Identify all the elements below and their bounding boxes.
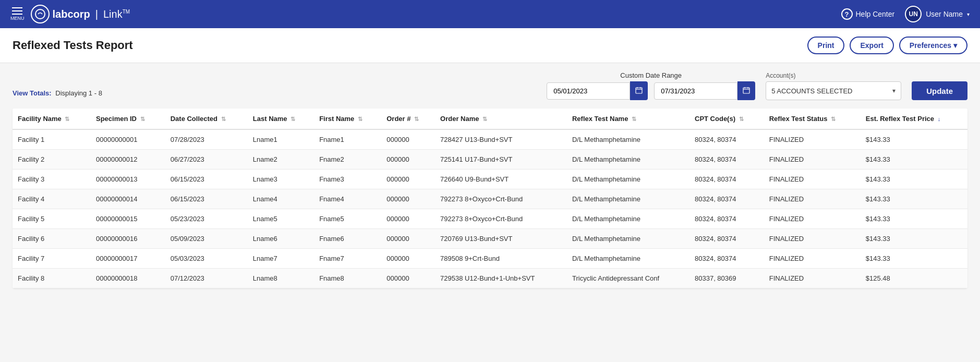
cell-reflex-test-name: Tricyclic Antidepressant Conf [567, 269, 689, 288]
cell-cpt-codes: 80324, 80374 [689, 129, 764, 150]
cell-order-name: 789508 9+Crt-Bund [435, 249, 567, 269]
cell-first-name: Fname4 [314, 189, 381, 209]
main-content: View Totals: Displaying 1 - 8 Custom Dat… [0, 63, 980, 362]
menu-button[interactable]: MENU [10, 7, 25, 21]
accounts-chevron-icon: ▾ [892, 87, 896, 94]
start-date-input[interactable] [547, 82, 630, 100]
table-body: Facility 10000000000107/28/2023Lname1Fna… [13, 129, 967, 288]
export-button[interactable]: Export [850, 37, 893, 54]
cell-cpt-codes: 80324, 80374 [689, 209, 764, 229]
cell-first-name: Fname1 [314, 129, 381, 150]
end-date-wrap [654, 81, 755, 100]
cell-order-num: 000000 [381, 129, 435, 150]
cell-reflex-status: FINALIZED [764, 269, 861, 288]
cell-est-price: $143.33 [861, 209, 967, 229]
cell-order-num: 000000 [381, 229, 435, 249]
sort-icon: ⇅ [739, 116, 744, 122]
cell-reflex-test-name: D/L Methamphetamine [567, 170, 689, 189]
cell-first-name: Fname6 [314, 229, 381, 249]
print-button[interactable]: Print [807, 37, 845, 54]
cell-est-price: $143.33 [861, 229, 967, 249]
table-row: Facility 50000000001505/23/2023Lname5Fna… [13, 209, 967, 229]
col-order-name[interactable]: Order Name ⇅ [435, 108, 567, 129]
sort-desc-icon: ↓ [938, 116, 941, 122]
cell-cpt-codes: 80324, 80374 [689, 170, 764, 189]
cell-est-price: $143.33 [861, 129, 967, 150]
cell-last-name: Lname8 [248, 269, 314, 288]
end-date-calendar-button[interactable] [737, 81, 755, 100]
view-totals-link[interactable]: View Totals: [13, 89, 52, 97]
col-facility-name[interactable]: Facility Name ⇅ [13, 108, 91, 129]
cell-facility-name: Facility 6 [13, 229, 91, 249]
sort-icon: ⇅ [291, 116, 295, 122]
cell-est-price: $125.48 [861, 269, 967, 288]
cell-reflex-status: FINALIZED [764, 189, 861, 209]
cell-specimen-id: 00000000016 [91, 229, 165, 249]
col-specimen-id[interactable]: Specimen ID ⇅ [91, 108, 165, 129]
cell-reflex-status: FINALIZED [764, 129, 861, 150]
accounts-select[interactable]: 5 ACCOUNTS SELECTED ▾ [766, 81, 901, 100]
help-center-button[interactable]: ? Help Center [841, 8, 895, 20]
col-cpt-codes[interactable]: CPT Code(s) ⇅ [689, 108, 764, 129]
calendar-icon [743, 87, 750, 94]
start-date-wrap [547, 81, 648, 100]
header-left: MENU labcorp | LinkTM [10, 5, 130, 23]
cell-specimen-id: 00000000001 [91, 129, 165, 150]
cell-reflex-status: FINALIZED [764, 150, 861, 170]
preferences-button[interactable]: Preferences ▾ [899, 37, 967, 54]
cell-last-name: Lname2 [248, 150, 314, 170]
col-reflex-test-name[interactable]: Reflex Test Name ⇅ [567, 108, 689, 129]
col-est-price[interactable]: Est. Reflex Test Price ↓ [861, 108, 967, 129]
results-table-wrap: Facility Name ⇅ Specimen ID ⇅ Date Colle… [13, 108, 967, 288]
cell-order-num: 000000 [381, 209, 435, 229]
cell-est-price: $143.33 [861, 249, 967, 269]
accounts-label: Account(s) [766, 72, 901, 79]
view-totals: View Totals: Displaying 1 - 8 [13, 89, 102, 100]
cell-last-name: Lname1 [248, 129, 314, 150]
cell-order-name: 792273 8+Oxyco+Crt-Bund [435, 209, 567, 229]
logo-pipe: | [95, 8, 98, 20]
cell-facility-name: Facility 2 [13, 150, 91, 170]
cell-reflex-test-name: D/L Methamphetamine [567, 129, 689, 150]
cell-est-price: $143.33 [861, 170, 967, 189]
svg-rect-1 [636, 88, 642, 93]
cell-cpt-codes: 80324, 80374 [689, 150, 764, 170]
sort-icon: ⇅ [831, 116, 836, 122]
date-inputs [547, 81, 755, 100]
top-header: MENU labcorp | LinkTM ? Help Center UN U… [0, 0, 980, 28]
col-first-name[interactable]: First Name ⇅ [314, 108, 381, 129]
cell-cpt-codes: 80337, 80369 [689, 269, 764, 288]
calendar-icon [635, 87, 643, 94]
displaying-count: Displaying 1 - 8 [55, 89, 102, 97]
cell-facility-name: Facility 3 [13, 170, 91, 189]
sort-icon: ⇅ [221, 116, 226, 122]
col-order-num[interactable]: Order # ⇅ [381, 108, 435, 129]
help-center-label: Help Center [856, 10, 895, 18]
cell-order-name: 728427 U13-Bund+SVT [435, 129, 567, 150]
cell-last-name: Lname5 [248, 209, 314, 229]
date-range-group: Custom Date Range [547, 71, 755, 100]
cell-facility-name: Facility 7 [13, 249, 91, 269]
cell-order-name: 729538 U12-Bund+1-Unb+SVT [435, 269, 567, 288]
cell-facility-name: Facility 8 [13, 269, 91, 288]
svg-rect-5 [743, 88, 749, 93]
cell-reflex-status: FINALIZED [764, 249, 861, 269]
cell-facility-name: Facility 5 [13, 209, 91, 229]
user-menu-button[interactable]: UN User Name ▾ [905, 6, 970, 22]
logo-text: labcorp [53, 8, 90, 20]
start-date-calendar-button[interactable] [630, 81, 648, 100]
col-date-collected[interactable]: Date Collected ⇅ [165, 108, 248, 129]
cell-date-collected: 06/27/2023 [165, 150, 248, 170]
cell-last-name: Lname7 [248, 249, 314, 269]
end-date-input[interactable] [654, 82, 737, 100]
cell-cpt-codes: 80324, 80374 [689, 229, 764, 249]
cell-specimen-id: 00000000018 [91, 269, 165, 288]
col-last-name[interactable]: Last Name ⇅ [248, 108, 314, 129]
cell-reflex-status: FINALIZED [764, 170, 861, 189]
cell-reflex-test-name: D/L Methamphetamine [567, 150, 689, 170]
update-button[interactable]: Update [912, 81, 967, 100]
cell-date-collected: 05/09/2023 [165, 229, 248, 249]
cell-specimen-id: 00000000012 [91, 150, 165, 170]
col-reflex-status[interactable]: Reflex Test Status ⇅ [764, 108, 861, 129]
cell-order-num: 000000 [381, 249, 435, 269]
